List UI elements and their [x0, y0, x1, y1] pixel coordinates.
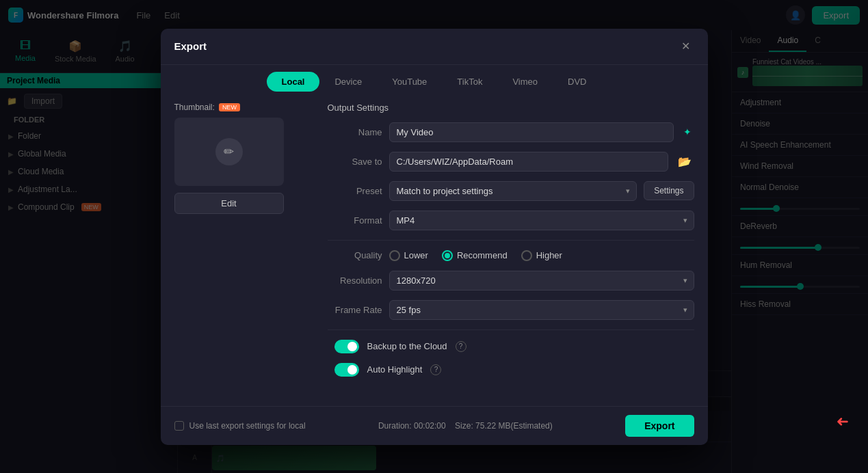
browse-folder-btn[interactable]: 📂	[675, 152, 694, 171]
name-input[interactable]	[389, 122, 674, 142]
backup-cloud-toggle[interactable]	[334, 340, 359, 353]
thumbnail-label-text: Thumbnail:	[174, 103, 215, 112]
dialog-tab-vimeo[interactable]: Vimeo	[497, 72, 553, 92]
auto-highlight-knob	[347, 365, 357, 375]
thumbnail-new-badge: NEW	[219, 103, 240, 111]
backup-cloud-row: Backup to the Cloud ?	[328, 340, 694, 353]
backup-cloud-label: Backup to the Cloud	[367, 341, 447, 351]
divider-2	[328, 329, 694, 330]
quality-higher-radio[interactable]	[521, 250, 532, 261]
save-to-row: Save to 📂	[328, 152, 694, 172]
dialog-tab-device[interactable]: Device	[319, 72, 377, 92]
quality-higher-label: Higher	[536, 250, 562, 260]
dialog-tab-tiktok[interactable]: TikTok	[442, 72, 497, 92]
export-dialog: Export ✕ Local Device YouTube TikTok Vim…	[161, 29, 708, 445]
frame-rate-label: Frame Rate	[328, 305, 382, 315]
dialog-body: Thumbnail: NEW ✏ Edit Output Settings Na…	[161, 92, 708, 406]
backup-cloud-help-icon[interactable]: ?	[456, 341, 466, 352]
output-settings-title: Output Settings	[328, 103, 694, 113]
resolution-label: Resolution	[328, 275, 382, 286]
modal-overlay: Export ✕ Local Device YouTube TikTok Vim…	[0, 0, 868, 473]
save-to-label: Save to	[328, 157, 382, 167]
dialog-tab-dvd[interactable]: DVD	[553, 72, 601, 92]
preset-select-wrapper: Match to project settings	[389, 181, 637, 201]
divider-1	[328, 240, 694, 241]
resolution-row: Resolution 1280x720	[328, 271, 694, 290]
dialog-title: Export	[174, 40, 207, 52]
radio-group-quality: Lower Recommend Higher	[389, 250, 562, 261]
size-label: Size:	[455, 421, 473, 431]
thumbnail-label: Thumbnail: NEW	[174, 103, 311, 112]
quality-row: Quality Lower Recommend	[328, 250, 694, 261]
export-btn-dialog[interactable]: Export	[625, 415, 694, 437]
app-background: F Wondershare Filmora File Edit 👤 Export…	[0, 0, 868, 473]
toggle-section: Backup to the Cloud ? Auto Highlight ?	[328, 340, 694, 382]
size-value: 75.22 MB(Estimated)	[475, 421, 553, 431]
output-settings: Output Settings Name ✦ Save to 📂	[311, 103, 694, 395]
arrow-indicator: ➜	[837, 413, 849, 431]
thumbnail-edit-icon: ✏	[215, 138, 243, 165]
name-label: Name	[328, 127, 382, 137]
use-last-export-label: Use last export settings for local	[189, 421, 306, 431]
dialog-close-btn[interactable]: ✕	[678, 38, 694, 55]
auto-highlight-row: Auto Highlight ?	[328, 363, 694, 377]
format-select-wrapper: MP4	[389, 211, 694, 230]
format-select[interactable]: MP4	[389, 211, 694, 230]
quality-recommend-option[interactable]: Recommend	[442, 250, 508, 261]
frame-rate-select[interactable]: 25 fps	[389, 300, 694, 320]
duration-label: Duration:	[378, 421, 412, 431]
use-last-export-checkbox[interactable]	[174, 421, 184, 431]
dialog-tabs: Local Device YouTube TikTok Vimeo DVD	[161, 65, 708, 92]
edit-thumbnail-btn[interactable]: Edit	[174, 193, 284, 214]
auto-highlight-toggle[interactable]	[334, 363, 359, 377]
quality-lower-radio[interactable]	[389, 250, 400, 261]
quality-lower-option[interactable]: Lower	[389, 250, 428, 261]
thumbnail-box[interactable]: ✏	[174, 118, 284, 186]
duration-info: Duration: 00:02:00 Size: 75.22 MB(Estima…	[378, 421, 553, 431]
resolution-select[interactable]: 1280x720	[389, 271, 694, 290]
auto-highlight-help-icon[interactable]: ?	[430, 364, 441, 375]
name-row: Name ✦	[328, 122, 694, 142]
use-last-export-checkbox-row[interactable]: Use last export settings for local	[174, 421, 306, 431]
dialog-footer: Use last export settings for local Durat…	[161, 406, 708, 445]
quality-lower-label: Lower	[404, 250, 428, 260]
resolution-select-wrapper: 1280x720	[389, 271, 694, 290]
duration-value: 00:02:00	[414, 421, 446, 431]
quality-higher-option[interactable]: Higher	[521, 250, 562, 261]
quality-recommend-radio[interactable]	[442, 250, 453, 261]
save-to-input[interactable]	[389, 152, 668, 172]
thumbnail-panel: Thumbnail: NEW ✏ Edit	[174, 103, 311, 395]
format-label: Format	[328, 215, 382, 226]
frame-rate-row: Frame Rate 25 fps	[328, 300, 694, 320]
preset-select[interactable]: Match to project settings	[389, 181, 637, 201]
ai-name-btn[interactable]: ✦	[681, 124, 694, 140]
auto-highlight-label: Auto Highlight	[367, 364, 423, 375]
preset-label: Preset	[328, 186, 382, 196]
backup-cloud-knob	[347, 342, 357, 351]
quality-label: Quality	[328, 250, 382, 260]
format-row: Format MP4	[328, 211, 694, 230]
frame-rate-select-wrapper: 25 fps	[389, 300, 694, 320]
dialog-tab-youtube[interactable]: YouTube	[377, 72, 442, 92]
dialog-tab-local[interactable]: Local	[267, 72, 320, 92]
preset-settings-btn[interactable]: Settings	[644, 181, 694, 200]
dialog-header: Export ✕	[161, 29, 708, 65]
output-scroll: Name ✦ Save to 📂 Preset	[328, 122, 694, 382]
quality-recommend-label: Recommend	[457, 250, 508, 260]
preset-row: Preset Match to project settings Setting…	[328, 181, 694, 201]
